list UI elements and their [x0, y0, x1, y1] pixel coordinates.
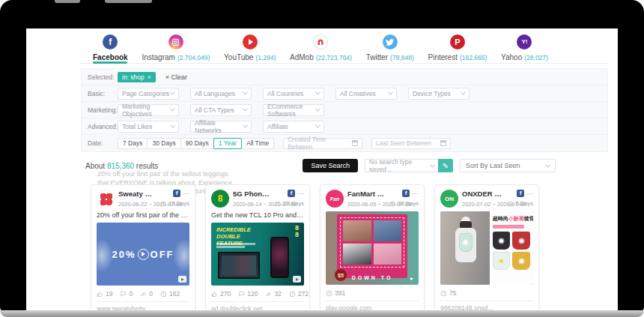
comment-icon: [238, 291, 245, 298]
date-range: 2020-06-14 ~ 2020-07-06: [233, 201, 271, 208]
bezel-notch: [105, 0, 152, 3]
tab-count: (1,294): [255, 54, 276, 61]
page-avatar: ON: [440, 190, 458, 208]
chip-label: in: shop: [122, 73, 145, 81]
tab-instagram[interactable]: Instagram(2,704,049): [142, 34, 210, 64]
select-affiliate-networks[interactable]: Affiliate Networks: [190, 121, 252, 133]
seen-count: 75: [449, 289, 456, 297]
select-cta-types[interactable]: All CTA Types: [190, 104, 252, 116]
save-search-button[interactable]: Save Search: [303, 159, 358, 172]
chevron-down-icon: [315, 90, 321, 95]
edit-search-type-button[interactable]: ✎: [438, 159, 453, 172]
laptop-mockup: f Facebook Instagram(2,704,049) YouTube(…: [0, 0, 644, 317]
stats-row: 19 0 0 162: [97, 290, 189, 298]
chevron-down-icon: [170, 90, 175, 95]
share-count: 0: [149, 290, 153, 298]
tab-admob[interactable]: AdMob(22,723,764): [290, 34, 352, 64]
thumbs-up-icon: [211, 291, 218, 298]
tab-twitter[interactable]: Twitter(78,848): [366, 34, 414, 64]
chevron-down-icon: [430, 162, 435, 167]
chevron-down-icon: [545, 162, 550, 167]
clear-filters-button[interactable]: × Clear: [165, 73, 187, 81]
play-button-icon[interactable]: [138, 249, 149, 260]
days-active: 32 Days: [398, 200, 419, 207]
stats-row: 75: [440, 289, 533, 297]
chip-close-icon[interactable]: ×: [148, 73, 151, 81]
row-label: Selected:: [88, 73, 118, 81]
tab-yahoo[interactable]: Y! Yahoo(28,027): [501, 34, 548, 64]
date-range-90days[interactable]: 90 Days: [180, 138, 214, 149]
bezel-notch: [55, 0, 80, 3]
select-marketing-objectives[interactable]: Marketing Objectives: [118, 104, 179, 116]
tab-pinterest[interactable]: P Pinterest(162,665): [428, 34, 487, 64]
days-active: 15 Days: [168, 200, 189, 207]
selected-filter-chip[interactable]: in: shop ×: [118, 72, 156, 82]
ad-creative-image[interactable]: 超時尚小雛菊後背包: [440, 211, 533, 285]
ad-domain[interactable]: 986208148.onxder.com: [440, 304, 496, 310]
card-footer: 986208148.onxder.com 【時尚小雛菊後背包】小雛菊刺... G…: [440, 301, 533, 310]
sort-select[interactable]: Sort By Last Seen: [460, 159, 556, 172]
date-range-7days[interactable]: 7 Days: [118, 138, 148, 149]
filter-row-marketing: Marketing: Marketing Objectives All CTA …: [82, 102, 607, 118]
ad-card[interactable]: Fan FanMart Online Shopping - F... 2020-…: [320, 184, 425, 310]
more-menu-icon[interactable]: ···: [183, 192, 189, 195]
chevron-down-icon: [243, 106, 248, 112]
comment-count: 0: [129, 290, 133, 298]
date-range-30days[interactable]: 30 Days: [147, 138, 180, 149]
page-name[interactable]: ONXDER SHOP: [462, 190, 504, 198]
ad-card[interactable]: Sweaty Betty London | Wom... 2020-06-22 …: [91, 184, 195, 310]
card-header: Fan FanMart Online Shopping - F... 2020-…: [326, 190, 419, 208]
share-icon: [265, 291, 272, 298]
ad-creative-video[interactable]: INCREDIBLE DOUBLEFEATURE 88: [211, 223, 304, 286]
price-badge: $5: [335, 269, 347, 281]
search-type-select[interactable]: No search type saved ..: [365, 159, 438, 172]
card-footer: play.google.com ✓Cash on delivery ✓Days …: [326, 301, 419, 310]
select-ecommerce-softwares[interactable]: ECommerce Softwares: [263, 104, 324, 116]
select-creatives[interactable]: All Creatives: [335, 88, 397, 100]
youtube-icon: [243, 34, 258, 49]
date-range: 2020-06-05 ~ 2020-07-06: [347, 201, 386, 208]
ad-domain[interactable]: www.sweatybetty.com: [97, 305, 152, 310]
instagram-icon: [168, 34, 183, 49]
chevron-down-icon: [388, 90, 393, 95]
select-total-likes[interactable]: Total Likes: [118, 121, 179, 133]
tab-count: (28,027): [524, 54, 548, 61]
ad-creative-video[interactable]: 20%OFF: [97, 223, 189, 286]
product-photo: [374, 244, 402, 265]
select-countries[interactable]: All Countries: [263, 88, 324, 100]
tab-label: Yahoo: [501, 53, 522, 61]
created-time-input[interactable]: Created Time Between: [283, 138, 362, 149]
ad-text: 20% off your first pair of the sellout l…: [97, 211, 189, 219]
select-page-categories[interactable]: Page Categories: [118, 88, 179, 100]
ad-domain[interactable]: ad.doubleclick.net: [211, 305, 267, 310]
ad-creative-video[interactable]: $5 DOWN TO: [326, 211, 419, 285]
select-device-types[interactable]: Device Types: [408, 88, 470, 100]
row-label: Date:: [88, 139, 118, 147]
page-name[interactable]: Sweaty Betty London | Wom...: [118, 190, 157, 198]
laptop-base: [0, 310, 644, 317]
ad-card[interactable]: 8 5G Phones, Tablets & SIMs | ... 2020-0…: [205, 184, 310, 310]
clock-icon: [275, 201, 281, 207]
ad-domain[interactable]: play.google.com: [326, 304, 381, 310]
page-name[interactable]: 5G Phones, Tablets & SIMs | ...: [233, 190, 271, 198]
row-label: Marketing:: [88, 106, 118, 114]
ad-card[interactable]: ON ONXDER SHOP 2020-07-02 ~ 2020-07-06 f…: [434, 184, 539, 310]
filter-panel: Selected: in: shop × × Clear Basic: Page…: [81, 68, 608, 152]
page-name[interactable]: FanMart Online Shopping - F...: [347, 190, 386, 198]
date-range-1year[interactable]: 1 Year: [213, 138, 242, 149]
more-menu-icon[interactable]: ···: [297, 192, 304, 195]
results-bar-actions: Save Search No search type saved .. ✎ So…: [303, 159, 556, 172]
tab-youtube[interactable]: YouTube(1,294): [224, 34, 276, 64]
app-screen: f Facebook Instagram(2,704,049) YouTube(…: [26, 28, 618, 310]
more-menu-icon[interactable]: ···: [412, 192, 419, 195]
date-range: 2020-07-02 ~ 2020-07-06: [462, 201, 504, 208]
filter-row-selected: Selected: in: shop × × Clear: [82, 69, 607, 85]
last-seen-input[interactable]: Last Seen Between: [371, 138, 451, 149]
select-languages[interactable]: All Languages: [190, 88, 252, 100]
select-affiliate[interactable]: Affiliate: [263, 121, 324, 133]
promo-ribbon: [493, 225, 524, 229]
tab-facebook[interactable]: f Facebook: [93, 34, 128, 64]
date-range-alltime[interactable]: All Time: [241, 138, 274, 149]
more-menu-icon[interactable]: ···: [526, 192, 533, 195]
clock-icon: [289, 291, 296, 298]
